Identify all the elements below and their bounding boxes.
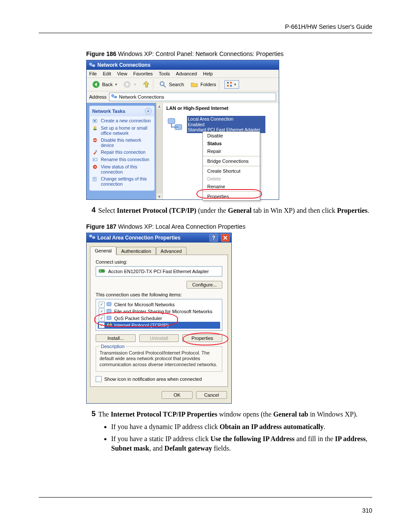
collapse-icon[interactable]: « bbox=[145, 108, 152, 115]
show-icon-row[interactable]: ✓ Show icon in notification area when co… bbox=[96, 376, 222, 382]
cancel-button[interactable]: Cancel bbox=[196, 391, 227, 399]
nc-menubar: File Edit View Favorites Tools Advanced … bbox=[87, 70, 279, 78]
address-label: Address bbox=[89, 94, 106, 100]
checkbox-icon[interactable]: ✓ bbox=[99, 302, 105, 308]
forward-icon[interactable] bbox=[123, 80, 131, 89]
lac-properties-dialog: Local Area Connection Properties ? Gener… bbox=[86, 233, 232, 404]
step-5-number: 5 bbox=[86, 410, 96, 418]
ctx-properties[interactable]: Properties bbox=[203, 193, 260, 200]
t: IP address bbox=[335, 435, 365, 442]
up-icon[interactable] bbox=[142, 80, 150, 89]
nc-titlebar[interactable]: Network Connections bbox=[87, 60, 279, 70]
item-label: Client for Microsoft Networks bbox=[114, 302, 175, 307]
t: The bbox=[98, 411, 111, 418]
svg-rect-0 bbox=[90, 63, 92, 65]
ctx-disable[interactable]: Disable bbox=[203, 132, 260, 140]
task-rename[interactable]: Rename this connection bbox=[90, 156, 154, 163]
task-change-settings[interactable]: Change settings of this connection bbox=[90, 175, 154, 187]
item-label: File and Printer Sharing for Microsoft N… bbox=[114, 309, 212, 314]
description-text: Transmission Control Protocol/Internet P… bbox=[100, 350, 218, 368]
task-setup-network[interactable]: Set up a home or small office network bbox=[90, 124, 154, 137]
item-client-ms-networks[interactable]: ✓ Client for Microsoft Networks bbox=[98, 301, 220, 308]
properties-button[interactable]: Properties bbox=[182, 334, 222, 342]
svg-rect-15 bbox=[93, 129, 97, 130]
ctx-status[interactable]: Status bbox=[203, 140, 260, 147]
protocol-icon bbox=[106, 322, 112, 328]
task-repair[interactable]: Repair this connection bbox=[90, 149, 154, 156]
ctx-repair[interactable]: Repair bbox=[203, 147, 260, 155]
tab-authentication[interactable]: Authentication bbox=[116, 247, 156, 255]
svg-rect-23 bbox=[168, 118, 175, 124]
task-label: Set up a home or small office network bbox=[101, 125, 152, 136]
task-disable-device[interactable]: Disable this network device bbox=[90, 137, 154, 149]
sidepanel-scrollbar[interactable]: ▴ ▾ bbox=[156, 103, 162, 199]
forward-dropdown-icon[interactable]: ▼ bbox=[133, 83, 137, 87]
ctx-shortcut[interactable]: Create Shortcut bbox=[203, 167, 260, 175]
checkbox-icon[interactable]: ✓ bbox=[99, 308, 105, 314]
lac-titlebar[interactable]: Local Area Connection Properties ? bbox=[87, 233, 231, 243]
ctx-rename[interactable]: Rename bbox=[203, 183, 260, 190]
item-tcpip[interactable]: ✓ Internet Protocol (TCP/IP) bbox=[98, 322, 220, 329]
task-label: Create a new connection bbox=[101, 118, 151, 123]
svg-rect-13 bbox=[94, 120, 96, 122]
lan-icon bbox=[89, 234, 95, 241]
menu-favorites[interactable]: Favorites bbox=[133, 71, 153, 76]
local-area-connection-item[interactable]: Local Area Connection Enabled Standard P… bbox=[166, 116, 275, 133]
tab-advanced[interactable]: Advanced bbox=[156, 247, 187, 255]
t: Subnet mask bbox=[111, 445, 149, 452]
nc-toolbar: Back ▼ ▼ Search bbox=[87, 78, 279, 91]
t: If you have a dynamic IP address click bbox=[111, 423, 220, 430]
task-create-connection[interactable]: Create a new connection bbox=[90, 117, 154, 124]
menu-advanced[interactable]: Advanced bbox=[176, 71, 197, 76]
back-dropdown-icon[interactable]: ▼ bbox=[114, 83, 118, 87]
back-label[interactable]: Back bbox=[102, 82, 112, 87]
checkbox-icon[interactable]: ✓ bbox=[99, 322, 105, 328]
ctx-bridge[interactable]: Bridge Connections bbox=[203, 157, 260, 165]
svg-rect-9 bbox=[230, 85, 232, 87]
item-qos-scheduler[interactable]: ✓ QoS Packet Scheduler bbox=[98, 315, 220, 322]
address-input[interactable]: Network Connections bbox=[109, 93, 276, 101]
header-guide-title: P-661H/HW Series User's Guide bbox=[39, 23, 372, 33]
menu-file[interactable]: File bbox=[89, 71, 97, 76]
menu-view[interactable]: View bbox=[117, 71, 128, 76]
lac-title-text: Local Area Connection Properties bbox=[97, 235, 181, 241]
uninstall-button: Uninstall bbox=[139, 334, 179, 342]
views-button[interactable]: ▼ bbox=[224, 80, 239, 89]
ok-button[interactable]: OK bbox=[162, 391, 193, 399]
svg-point-14 bbox=[94, 127, 97, 129]
menu-help[interactable]: Help bbox=[203, 71, 213, 76]
scroll-down-icon[interactable]: ▾ bbox=[156, 193, 162, 199]
document-page: P-661H/HW Series User's Guide Figure 186… bbox=[0, 0, 411, 532]
configure-button[interactable]: Configure... bbox=[187, 281, 222, 289]
network-tasks-header[interactable]: Network Tasks « bbox=[90, 106, 154, 116]
checkbox-icon[interactable]: ✓ bbox=[99, 315, 105, 321]
checkbox-icon[interactable]: ✓ bbox=[96, 376, 102, 382]
svg-rect-19 bbox=[93, 159, 97, 161]
menu-tools[interactable]: Tools bbox=[159, 71, 170, 76]
figure-187-caption: Figure 187 Windows XP: Local Area Connec… bbox=[86, 223, 372, 230]
svg-rect-20 bbox=[94, 159, 95, 160]
item-file-printer-sharing[interactable]: ✓ File and Printer Sharing for Microsoft… bbox=[98, 308, 220, 315]
ctx-separator bbox=[203, 156, 260, 156]
lac-general-panel: Connect using: Accton EN1207D-TX PCI Fas… bbox=[90, 255, 228, 387]
scroll-up-icon[interactable]: ▴ bbox=[156, 103, 162, 109]
back-icon[interactable] bbox=[92, 80, 100, 89]
tab-general[interactable]: General bbox=[90, 246, 116, 255]
search-label[interactable]: Search bbox=[169, 82, 184, 87]
figure-186-caption-text: Windows XP: Control Panel: Network Conne… bbox=[116, 50, 283, 57]
connection-items-list[interactable]: ✓ Client for Microsoft Networks ✓ File a… bbox=[96, 299, 222, 331]
folders-label[interactable]: Folders bbox=[200, 82, 216, 87]
search-icon[interactable] bbox=[159, 80, 167, 89]
help-button[interactable]: ? bbox=[209, 234, 218, 242]
figure-187-caption-prefix: Figure 187 bbox=[86, 223, 116, 230]
nc-main-pane: LAN or High-Speed Internet Local Area Co… bbox=[163, 103, 279, 199]
menu-edit[interactable]: Edit bbox=[103, 71, 111, 76]
adapter-box[interactable]: Accton EN1207D-TX PCI Fast Ethernet Adap… bbox=[96, 266, 222, 277]
bullet-dynamic-ip: If you have a dynamic IP address click O… bbox=[111, 422, 372, 432]
svg-rect-31 bbox=[107, 316, 111, 320]
close-button[interactable] bbox=[221, 234, 230, 242]
t: window opens (the bbox=[217, 411, 273, 418]
task-view-status[interactable]: View status of this connection bbox=[90, 163, 154, 175]
folders-icon[interactable] bbox=[190, 80, 199, 89]
install-button[interactable]: Install... bbox=[96, 334, 136, 342]
